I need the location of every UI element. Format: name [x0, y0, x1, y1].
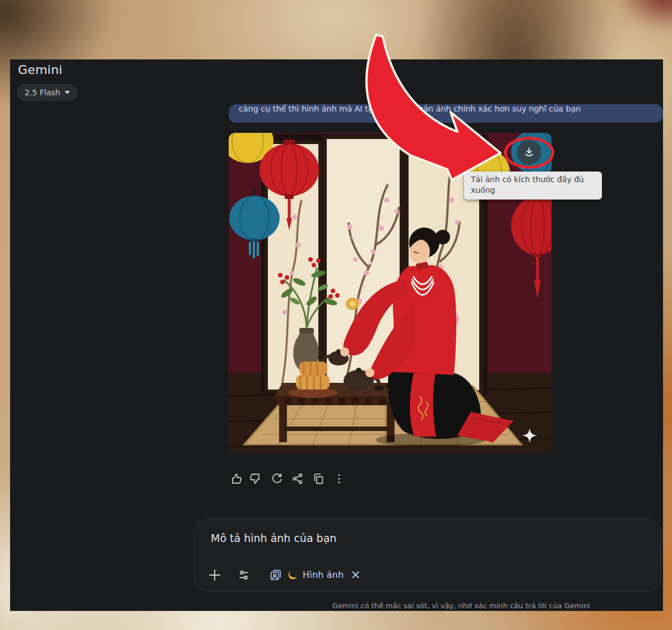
share-button[interactable] — [291, 472, 304, 485]
plus-icon — [207, 568, 222, 582]
add-button[interactable] — [207, 568, 222, 582]
prompt-input[interactable] — [210, 529, 627, 547]
response-actions-toolbar — [229, 472, 346, 485]
composer: Hình ảnh — [193, 518, 661, 591]
tools-button[interactable] — [237, 568, 251, 582]
model-label: 2.5 Flash — [25, 88, 60, 97]
composer-toolbar: Hình ảnh — [207, 566, 363, 583]
regenerate-icon — [270, 472, 284, 485]
tune-icon — [237, 568, 251, 582]
image-tool-chip[interactable]: Hình ảnh — [266, 566, 363, 583]
copy-button[interactable] — [312, 472, 325, 485]
download-tooltip: Tải ảnh có kích thước đầy đủ xuống — [464, 172, 602, 200]
model-selector[interactable]: 2.5 Flash — [17, 84, 78, 101]
footer-disclaimer: Gemini có thể mắc sai sót, vì vậy, nhớ x… — [229, 601, 663, 611]
thumbs-down-button[interactable] — [249, 472, 263, 485]
chip-close-button[interactable] — [351, 571, 360, 579]
thumbs-down-icon — [249, 472, 263, 485]
user-message-bubble: càng cụ thể thì hình ảnh mà AI tạo ra cà… — [229, 104, 663, 123]
gemini-window: Gemini 2.5 Flash càng cụ thể thì hình ản… — [10, 59, 663, 611]
share-icon — [291, 472, 304, 485]
image-stack-icon — [269, 568, 282, 581]
banana-icon — [287, 569, 298, 580]
more-options-button[interactable] — [332, 472, 346, 485]
close-icon — [351, 571, 360, 579]
user-message-text: càng cụ thể thì hình ảnh mà AI tạo ra cà… — [229, 104, 663, 115]
image-tool-label: Hình ảnh — [303, 569, 344, 580]
highlight-ellipse — [504, 137, 554, 169]
chevron-down-icon — [64, 91, 70, 94]
copy-icon — [312, 472, 325, 485]
app-title: Gemini — [18, 63, 62, 77]
more-vert-icon — [332, 472, 346, 485]
regenerate-button[interactable] — [270, 472, 284, 485]
thumbs-up-icon — [229, 472, 242, 485]
download-tooltip-text: Tải ảnh có kích thước đầy đủ xuống — [471, 174, 595, 196]
thumbs-up-button[interactable] — [229, 472, 242, 485]
